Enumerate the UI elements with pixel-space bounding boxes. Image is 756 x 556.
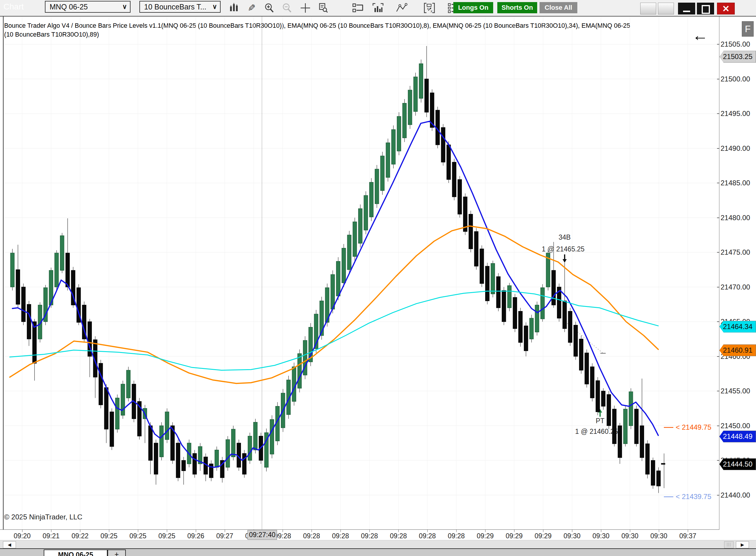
candle-body: [651, 460, 655, 485]
shorts-on-button[interactable]: Shorts On: [497, 2, 537, 13]
candle-body: [425, 79, 428, 112]
time-tick-label: 09:28: [324, 532, 357, 540]
minimize-button[interactable]: [678, 3, 695, 14]
price-tag: 21464.34: [719, 321, 756, 333]
close-button[interactable]: ✕: [717, 3, 735, 14]
restore-button[interactable]: [697, 3, 714, 14]
price-tick-mark: [717, 183, 719, 183]
exit-fill-label: 1 @ 21460.25: [575, 428, 618, 435]
price-chart-canvas[interactable]: 34B1 @ 21465.25PT1 @ 21460.25< 21449.75<…: [0, 16, 756, 529]
candle-body: [629, 392, 633, 425]
price-tick-mark: [717, 79, 719, 79]
time-tick-label: 09:21: [35, 532, 67, 540]
add-tab-button[interactable]: +: [107, 550, 126, 556]
candle-body: [182, 460, 186, 471]
time-tick-label: 09:26: [179, 532, 212, 540]
candle-body: [154, 443, 158, 474]
scroll-right-icon: ▶: [741, 542, 744, 548]
entry-arrow-head: [563, 259, 567, 263]
chart-style-icon[interactable]: [228, 2, 240, 13]
candle-body: [176, 443, 180, 478]
scrollbar-thumb[interactable]: [724, 541, 733, 548]
strategy-icon[interactable]: xx: [424, 2, 435, 13]
toolbar: Chart MNQ 06-25 ∨ 10 BounceBars T... ∨ ✎…: [0, 0, 756, 16]
candle-body: [474, 232, 478, 267]
candle-body: [491, 264, 495, 294]
candle-body: [529, 318, 533, 339]
crosshair-icon[interactable]: [299, 2, 311, 13]
price-tick-label: 21440.00: [721, 491, 755, 499]
time-tick-label: 09:20: [6, 532, 38, 540]
candle-body: [104, 387, 108, 429]
data-box-icon[interactable]: [317, 2, 329, 13]
horizontal-scrollbar[interactable]: ◀ ▶: [0, 540, 756, 548]
indicators-icon[interactable]: [396, 2, 407, 13]
candle-body: [11, 253, 14, 287]
time-tick-mark: [80, 530, 80, 532]
time-tick-label: 09:29: [498, 532, 530, 540]
time-tick-label: 09:28: [353, 532, 386, 540]
candle-body: [496, 277, 500, 308]
candle-body: [27, 304, 31, 339]
candle-body: [99, 363, 103, 405]
candle-body: [248, 436, 252, 460]
time-tick-mark: [311, 530, 312, 532]
candle-body: [353, 222, 357, 257]
candle-body: [110, 412, 114, 447]
chart-panel-icon[interactable]: [372, 2, 384, 13]
candle-body: [331, 274, 335, 309]
time-tick-label: 09:28: [382, 532, 415, 540]
candle-body: [502, 290, 506, 322]
time-tick-label: 09:30: [614, 532, 646, 540]
chevron-down-icon: ∨: [122, 3, 127, 11]
price-tag: 21460.91: [719, 344, 756, 356]
entry-signal-label: 34B: [559, 234, 571, 241]
exit-signal-label: PT: [596, 417, 604, 425]
candle-body: [607, 394, 611, 426]
instrument-dropdown[interactable]: MNQ 06-25 ∨: [45, 1, 131, 13]
longs-on-button[interactable]: Longs On: [453, 2, 493, 13]
candle-body: [618, 426, 622, 458]
close-all-button[interactable]: Close All: [539, 2, 577, 13]
candle-body: [635, 409, 638, 444]
candle-body: [232, 429, 235, 457]
candle-body: [623, 409, 627, 444]
crosshair-time-box: 09:27:40: [248, 530, 277, 540]
price-tick-label: 21495.00: [721, 109, 755, 118]
zoom-out-icon: [281, 2, 293, 13]
price-tag: 21444.50: [719, 458, 756, 470]
time-tick-mark: [51, 530, 52, 532]
scroll-left-button[interactable]: ◀: [3, 541, 16, 548]
candle-body: [601, 391, 605, 406]
candle-body: [292, 367, 296, 402]
candle-body: [640, 426, 644, 458]
candle-body: [22, 287, 25, 322]
scroll-right-button[interactable]: ▶: [736, 541, 749, 548]
time-tick-label: 09:25: [151, 532, 183, 540]
candle-body: [253, 422, 257, 450]
time-axis[interactable]: 09:2009:2109:2209:2509:2509:2509:2609:27…: [0, 530, 756, 540]
window-button-2[interactable]: [658, 3, 674, 14]
price-tick-mark: [717, 391, 719, 391]
time-tick-mark: [167, 530, 167, 532]
price-tick-mark: [717, 217, 719, 218]
candle-body: [568, 311, 572, 343]
panels-icon[interactable]: [352, 2, 364, 13]
tab-mnq-06-25[interactable]: MNQ 06-25: [44, 550, 107, 556]
level-marker-label: < 21449.75: [676, 423, 712, 431]
candle-body: [480, 249, 484, 284]
candle-body: [55, 253, 59, 287]
scroll-left-icon: ◀: [8, 542, 11, 548]
series-dropdown[interactable]: 10 BounceBars T... ∨: [139, 1, 221, 13]
zoom-in-icon[interactable]: [263, 2, 275, 13]
time-tick-mark: [543, 530, 544, 532]
window-button-1[interactable]: [640, 3, 656, 14]
window-title: Chart: [0, 0, 27, 13]
candle-body: [574, 325, 578, 356]
time-tick-mark: [456, 530, 457, 532]
draw-pencil-icon[interactable]: ✎: [246, 2, 258, 13]
candle-body: [298, 353, 301, 388]
time-tick-mark: [427, 530, 428, 532]
candle-body: [381, 156, 384, 190]
price-tick-mark: [717, 252, 719, 253]
